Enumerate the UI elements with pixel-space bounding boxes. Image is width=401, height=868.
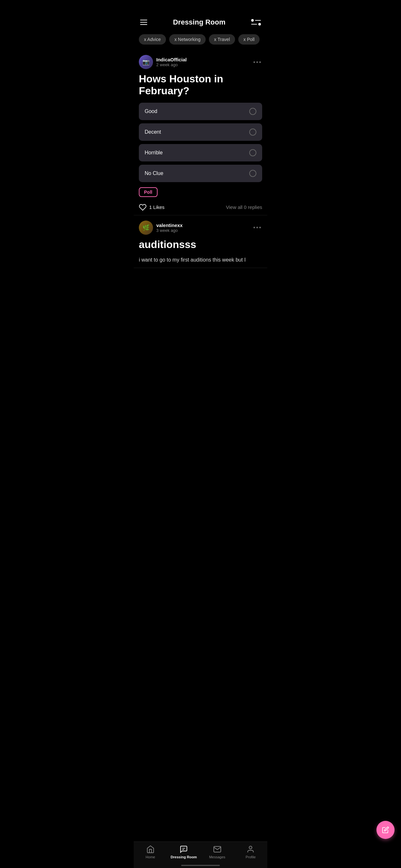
post-title-1: Hows Houston in February? [139, 73, 262, 97]
filter-tag-travel[interactable]: x Travel [209, 34, 235, 44]
poll-radio-good[interactable] [249, 108, 256, 115]
poll-option-horrible-label: Horrible [145, 150, 163, 156]
user-info-1: IndicaOfficial 2 week ago [156, 57, 187, 67]
heart-icon-1 [139, 204, 147, 211]
post-actions-1: 1 Likes View all 0 replies [139, 202, 262, 211]
chat-icon [180, 845, 188, 854]
poll-radio-noclue[interactable] [249, 170, 256, 177]
post-card-2: 🌿 valentinexx 3 week ago auditionsss i w… [134, 215, 267, 268]
poll-option-good-label: Good [145, 108, 157, 114]
nav-item-profile[interactable]: Profile [234, 845, 268, 859]
post-card-1: 📷 IndicaOfficial 2 week ago Hows Houston… [134, 50, 267, 215]
nav-item-messages[interactable]: Messages [201, 845, 234, 859]
profile-icon [246, 845, 255, 854]
more-options-2[interactable] [252, 225, 262, 229]
home-indicator [181, 865, 220, 866]
post-title-2: auditionsss [139, 239, 262, 251]
username-1[interactable]: IndicaOfficial [156, 57, 187, 62]
like-count-1: 1 Likes [149, 205, 165, 210]
settings-icon[interactable] [251, 19, 261, 26]
nav-item-home[interactable]: Home [134, 845, 167, 859]
filter-tag-networking[interactable]: x Networking [169, 34, 206, 44]
user-info-2: valentinexx 3 week ago [156, 222, 183, 233]
post-user-2: 🌿 valentinexx 3 week ago [139, 221, 183, 235]
poll-option-decent[interactable]: Decent [139, 123, 262, 141]
avatar-2: 🌿 [139, 221, 153, 235]
nav-label-profile: Profile [246, 855, 256, 859]
post-body-2: i want to go to my first auditions this … [139, 256, 262, 264]
username-2[interactable]: valentinexx [156, 222, 183, 228]
poll-option-noclue-label: No Clue [145, 170, 163, 176]
poll-radio-decent[interactable] [249, 128, 256, 135]
poll-option-noclue[interactable]: No Clue [139, 165, 262, 182]
nav-label-dressing-room: Dressing Room [171, 855, 197, 859]
header: Dressing Room [134, 0, 267, 32]
timestamp-2: 3 week ago [156, 228, 183, 233]
nav-label-messages: Messages [209, 855, 225, 859]
avatar-image-2: 🌿 [139, 221, 153, 235]
like-section-1[interactable]: 1 Likes [139, 204, 165, 211]
svg-point-0 [249, 846, 252, 849]
mail-icon [213, 845, 221, 854]
poll-option-horrible[interactable]: Horrible [139, 144, 262, 161]
more-options-1[interactable] [252, 60, 262, 64]
menu-icon[interactable] [140, 20, 147, 25]
post-header-1: 📷 IndicaOfficial 2 week ago [139, 55, 262, 69]
filter-tag-poll[interactable]: x Poll [238, 34, 259, 44]
bottom-nav: Home Dressing Room Messages Profile [134, 841, 267, 868]
avatar-image-1: 📷 [139, 55, 153, 69]
poll-options: Good Decent Horrible No Clue [139, 103, 262, 182]
nav-label-home: Home [146, 855, 155, 859]
nav-item-dressing-room[interactable]: Dressing Room [167, 845, 201, 859]
filter-tag-advice[interactable]: x Advice [139, 34, 166, 44]
poll-option-good[interactable]: Good [139, 103, 262, 120]
filter-tags: x Advice x Networking x Travel x Poll [134, 32, 267, 50]
poll-radio-horrible[interactable] [249, 149, 256, 156]
replies-link-1[interactable]: View all 0 replies [226, 205, 262, 210]
avatar-1: 📷 [139, 55, 153, 69]
home-icon [146, 845, 155, 854]
post-header-2: 🌿 valentinexx 3 week ago [139, 221, 262, 235]
timestamp-1: 2 week ago [156, 62, 187, 67]
poll-badge: Poll [139, 187, 158, 197]
poll-option-decent-label: Decent [145, 129, 161, 135]
page-title: Dressing Room [173, 18, 226, 27]
post-user-1: 📷 IndicaOfficial 2 week ago [139, 55, 187, 69]
